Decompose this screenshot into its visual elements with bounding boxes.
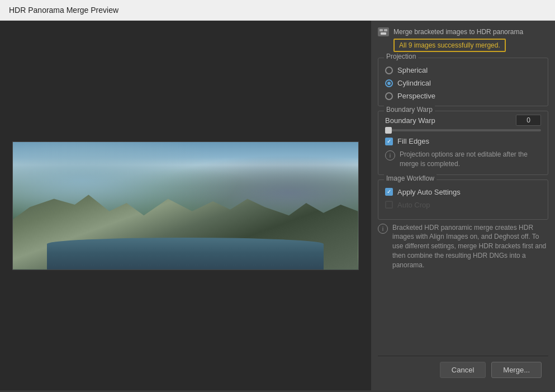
projection-group: Projection Spherical Cylindrical Pers — [378, 58, 548, 106]
apply-auto-settings-checkbox[interactable] — [385, 188, 393, 196]
image-workflow-group: Image Workflow Apply Auto Settings Auto … — [378, 180, 548, 220]
apply-auto-settings-label: Apply Auto Settings — [397, 188, 461, 196]
boundary-warp-label: Boundary Warp — [384, 106, 435, 114]
fill-edges-item[interactable]: Fill Edges — [385, 137, 541, 145]
footer-info-text: Bracketed HDR panoramic merge creates HD… — [392, 223, 548, 270]
success-badge: All 9 images successfully merged. — [393, 39, 506, 52]
merge-title: Merge bracketed images to HDR panorama — [393, 28, 523, 36]
info-icon: i — [385, 150, 395, 160]
svg-rect-1 — [384, 29, 387, 31]
panorama-preview — [12, 141, 359, 270]
footer-buttons: Cancel Merge... — [378, 356, 548, 384]
svg-rect-2 — [381, 32, 386, 35]
fill-edges-checkbox[interactable] — [385, 138, 393, 145]
right-panel: Merge bracketed images to HDR panorama A… — [371, 21, 555, 390]
apply-auto-settings-item[interactable]: Apply Auto Settings — [385, 188, 541, 196]
projection-info: i Projection options are not editable af… — [385, 150, 541, 169]
projection-options: Spherical Cylindrical Perspective — [385, 64, 541, 100]
boundary-warp-row: Boundary Warp — [385, 115, 541, 126]
boundary-warp-thumb[interactable] — [385, 127, 392, 134]
footer-info: i Bracketed HDR panoramic merge creates … — [378, 220, 548, 273]
title-bar: HDR Panorama Merge Preview — [0, 0, 555, 21]
radio-perspective-label: Perspective — [397, 92, 435, 100]
svg-rect-0 — [380, 29, 383, 31]
boundary-warp-input[interactable] — [516, 115, 541, 126]
auto-crop-item[interactable]: Auto Crop — [385, 201, 541, 209]
projection-label: Projection — [384, 53, 418, 60]
footer-info-icon: i — [378, 224, 388, 234]
preview-area — [0, 21, 371, 390]
radio-cylindrical[interactable]: Cylindrical — [385, 79, 541, 87]
auto-crop-checkbox[interactable] — [385, 201, 393, 209]
radio-cylindrical-circle[interactable] — [385, 79, 393, 87]
boundary-warp-text: Boundary Warp — [385, 116, 435, 125]
radio-spherical[interactable]: Spherical — [385, 66, 541, 74]
fill-edges-label: Fill Edges — [397, 137, 429, 145]
radio-perspective[interactable]: Perspective — [385, 92, 541, 100]
cancel-button[interactable]: Cancel — [440, 362, 486, 378]
projection-info-text: Projection options are not editable afte… — [400, 150, 541, 169]
boundary-warp-group: Boundary Warp Boundary Warp Fill Edges — [378, 111, 548, 175]
radio-cylindrical-label: Cylindrical — [397, 79, 431, 87]
auto-crop-label: Auto Crop — [397, 201, 430, 209]
merge-section: Merge bracketed images to HDR panorama — [378, 27, 548, 36]
radio-perspective-circle[interactable] — [385, 92, 393, 100]
radio-spherical-label: Spherical — [397, 66, 428, 74]
window-title: HDR Panorama Merge Preview — [9, 6, 118, 15]
radio-spherical-circle[interactable] — [385, 67, 393, 74]
merge-button[interactable]: Merge... — [491, 362, 542, 378]
merge-icon — [378, 27, 389, 36]
boundary-warp-slider[interactable] — [385, 129, 541, 131]
image-workflow-label: Image Workflow — [384, 174, 437, 182]
